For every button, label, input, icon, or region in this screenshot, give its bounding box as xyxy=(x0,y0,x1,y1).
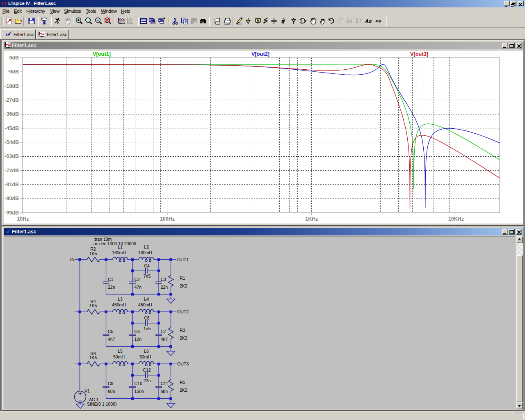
svg-text:OUT2: OUT2 xyxy=(177,309,189,314)
svg-text:10n: 10n xyxy=(135,337,142,342)
svg-text:C10: C10 xyxy=(135,381,142,386)
svg-text:-9dB: -9dB xyxy=(7,69,19,75)
svg-text:-81dB: -81dB xyxy=(5,182,19,187)
svg-text:L1: L1 xyxy=(118,244,123,249)
svg-text:-27dB: -27dB xyxy=(5,97,19,103)
svg-text:C4: C4 xyxy=(144,263,150,268)
svg-text:50mH: 50mH xyxy=(113,354,125,359)
svg-text:1n5: 1n5 xyxy=(144,326,151,331)
svg-text:C5: C5 xyxy=(108,329,114,334)
svg-text:L2: L2 xyxy=(144,244,149,249)
svg-text:100Hz: 100Hz xyxy=(160,216,175,222)
svg-text:22n: 22n xyxy=(144,378,151,383)
svg-text:Aa: Aa xyxy=(365,18,372,24)
svg-text:V[out3]: V[out3] xyxy=(410,51,428,57)
svg-text:2K2: 2K2 xyxy=(180,283,187,288)
svg-text:C1: C1 xyxy=(108,277,114,282)
svg-text:L5: L5 xyxy=(118,349,123,354)
svg-text:-18dB: -18dB xyxy=(5,83,19,89)
svg-text:10Hz: 10Hz xyxy=(17,216,29,222)
svg-text:C9: C9 xyxy=(108,381,114,386)
svg-text:1K5: 1K5 xyxy=(89,355,97,360)
svg-text:4n7: 4n7 xyxy=(161,337,168,342)
svg-text:-54dB: -54dB xyxy=(5,139,19,145)
svg-text:R5: R5 xyxy=(180,380,185,385)
svg-text:L6: L6 xyxy=(144,349,149,354)
svg-text:130mH: 130mH xyxy=(138,250,152,255)
svg-text:1K5: 1K5 xyxy=(89,303,97,308)
svg-text:130mH: 130mH xyxy=(112,250,126,255)
svg-text:1KHz: 1KHz xyxy=(305,216,318,222)
svg-text:47n: 47n xyxy=(135,285,142,290)
svg-text:2K2: 2K2 xyxy=(180,336,187,340)
svg-text:22n: 22n xyxy=(108,285,115,290)
svg-text:L3: L3 xyxy=(118,297,123,301)
svg-text:SINE(0 1 1000): SINE(0 1 1000) xyxy=(87,402,116,406)
svg-text:-99dB: -99dB xyxy=(5,210,19,216)
svg-text:450mH: 450mH xyxy=(138,302,152,307)
svg-text:4n7: 4n7 xyxy=(108,337,115,342)
svg-text:C3: C3 xyxy=(161,277,167,282)
svg-text:C8: C8 xyxy=(144,315,150,320)
svg-text:C6: C6 xyxy=(135,329,140,334)
svg-text:IN: IN xyxy=(70,257,75,262)
svg-text:-36dB: -36dB xyxy=(5,111,19,117)
svg-text:T: T xyxy=(4,1,7,7)
svg-text:R3: R3 xyxy=(180,328,185,333)
svg-text:C2: C2 xyxy=(135,277,140,282)
svg-text:7n5: 7n5 xyxy=(144,274,151,278)
svg-text:50mH: 50mH xyxy=(139,354,151,359)
svg-text:R1: R1 xyxy=(180,276,185,281)
svg-text:1K5: 1K5 xyxy=(89,251,97,256)
svg-text:V1: V1 xyxy=(84,388,90,393)
svg-text:V[out1]: V[out1] xyxy=(93,51,111,57)
svg-text:.op: .op xyxy=(374,18,381,23)
svg-text:A: A xyxy=(257,18,259,23)
svg-text:OUT3: OUT3 xyxy=(177,361,189,366)
svg-text:10KHz: 10KHz xyxy=(448,216,464,222)
svg-text:150n: 150n xyxy=(135,389,144,394)
svg-text:-45dB: -45dB xyxy=(5,126,19,131)
svg-text:450mH: 450mH xyxy=(112,302,126,307)
svg-text:68n: 68n xyxy=(108,389,115,394)
svg-text:-72dB: -72dB xyxy=(5,168,19,173)
svg-text:0dB: 0dB xyxy=(9,55,19,61)
svg-text:68n: 68n xyxy=(161,389,168,394)
svg-text:22n: 22n xyxy=(161,285,168,290)
svg-text:-90dB: -90dB xyxy=(5,196,19,201)
svg-text:.ac dec 1000 10 20000: .ac dec 1000 10 20000 xyxy=(92,241,136,246)
svg-text:L4: L4 xyxy=(144,297,149,301)
svg-text:C12: C12 xyxy=(143,368,151,372)
svg-text:OUT1: OUT1 xyxy=(177,257,189,262)
svg-text:-63dB: -63dB xyxy=(5,153,19,159)
svg-text:C7: C7 xyxy=(161,329,167,334)
svg-text:V[out2]: V[out2] xyxy=(251,51,269,57)
svg-text:C11: C11 xyxy=(161,381,169,386)
svg-text:2K2: 2K2 xyxy=(180,388,187,393)
